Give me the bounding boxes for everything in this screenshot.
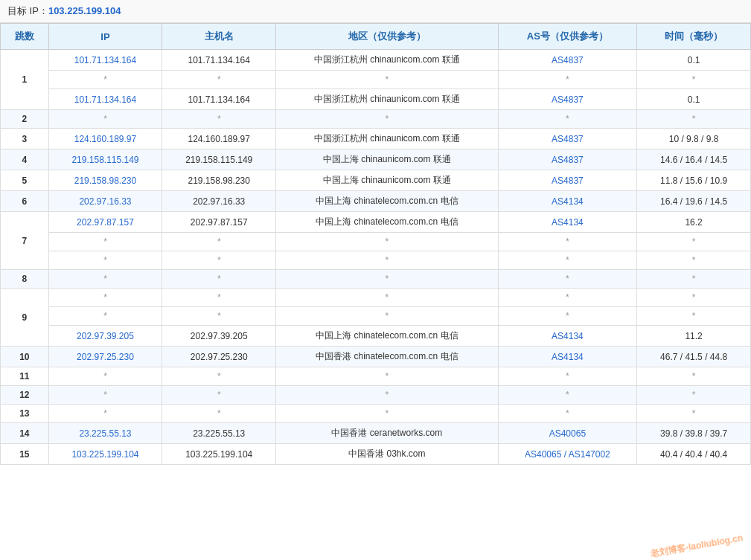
- column-header: IP: [48, 24, 162, 50]
- hop-number: 14: [1, 423, 49, 444]
- time-cell: 16.4 / 19.6 / 14.5: [637, 191, 751, 212]
- ip-cell[interactable]: 219.158.115.149: [48, 149, 162, 170]
- time-cell: 16.2: [637, 212, 751, 233]
- time-cell: *: [637, 233, 751, 251]
- time-cell: *: [637, 386, 751, 405]
- ip-cell: *: [48, 110, 162, 129]
- table-row: 8*****: [1, 270, 751, 289]
- hostname-cell: 23.225.55.13: [162, 423, 276, 444]
- region-cell: *: [276, 386, 498, 405]
- time-cell: *: [637, 110, 751, 129]
- column-header: AS号（仅供参考）: [498, 24, 637, 50]
- as-cell: *: [498, 289, 637, 307]
- hop-number: 1: [1, 50, 49, 110]
- ip-cell[interactable]: 202.97.25.230: [48, 347, 162, 367]
- as-cell[interactable]: AS4837: [498, 89, 637, 110]
- ip-cell[interactable]: 101.71.134.164: [48, 50, 162, 71]
- header-row: 跳数IP主机名地区（仅供参考）AS号（仅供参考）时间（毫秒）: [1, 24, 751, 50]
- as-cell: *: [498, 386, 637, 405]
- as-cell[interactable]: AS4837: [498, 149, 637, 170]
- as-cell[interactable]: AS4134: [498, 212, 637, 233]
- table-row: 101.71.134.164101.71.134.164中国浙江杭州 china…: [1, 89, 751, 110]
- region-cell: 中国浙江杭州 chinaunicom.com 联通: [276, 129, 498, 149]
- as-cell: *: [498, 233, 637, 251]
- hop-number: 6: [1, 191, 49, 212]
- as-cell: *: [498, 251, 637, 270]
- time-cell: *: [637, 71, 751, 89]
- column-header: 时间（毫秒）: [637, 24, 751, 50]
- ip-cell[interactable]: 23.225.55.13: [48, 423, 162, 444]
- table-row: 11*****: [1, 367, 751, 386]
- as-cell[interactable]: AS4134: [498, 347, 637, 367]
- time-cell: 0.1: [637, 89, 751, 110]
- hostname-cell: 124.160.189.97: [162, 129, 276, 149]
- table-row: 10202.97.25.230202.97.25.230中国香港 chinate…: [1, 347, 751, 367]
- ip-cell: *: [48, 270, 162, 289]
- table-row: 2*****: [1, 110, 751, 129]
- region-cell: 中国香港 03hk.com: [276, 444, 498, 465]
- target-ip-label: 目标 IP：: [7, 5, 48, 16]
- ip-cell[interactable]: 101.71.134.164: [48, 89, 162, 110]
- ip-cell[interactable]: 124.160.189.97: [48, 129, 162, 149]
- hop-number: 13: [1, 405, 49, 423]
- region-cell: 中国上海 chinatelecom.com.cn 电信: [276, 326, 498, 347]
- region-cell: 中国香港 ceranetworks.com: [276, 423, 498, 444]
- hop-number: 12: [1, 386, 49, 405]
- ip-cell: *: [48, 251, 162, 270]
- table-row: *****: [1, 71, 751, 89]
- time-cell: 14.6 / 16.4 / 14.5: [637, 149, 751, 170]
- table-row: 15103.225.199.104103.225.199.104中国香港 03h…: [1, 444, 751, 465]
- as-cell: *: [498, 71, 637, 89]
- table-row: 1423.225.55.1323.225.55.13中国香港 ceranetwo…: [1, 423, 751, 444]
- ip-cell[interactable]: 103.225.199.104: [48, 444, 162, 465]
- ip-cell[interactable]: 202.97.16.33: [48, 191, 162, 212]
- hostname-cell: 103.225.199.104: [162, 444, 276, 465]
- as-cell[interactable]: AS4837: [498, 129, 637, 149]
- as-cell[interactable]: AS40065 / AS147002: [498, 444, 637, 465]
- hostname-cell: *: [162, 405, 276, 423]
- column-header: 跳数: [1, 24, 49, 50]
- hostname-cell: *: [162, 110, 276, 129]
- as-cell[interactable]: AS4837: [498, 50, 637, 71]
- region-cell: 中国浙江杭州 chinaunicom.com 联通: [276, 89, 498, 110]
- hop-number: 8: [1, 270, 49, 289]
- hostname-cell: 202.97.39.205: [162, 326, 276, 347]
- hostname-cell: 202.97.16.33: [162, 191, 276, 212]
- region-cell: *: [276, 270, 498, 289]
- ip-cell[interactable]: 202.97.87.157: [48, 212, 162, 233]
- hostname-cell: 101.71.134.164: [162, 89, 276, 110]
- ip-cell: *: [48, 71, 162, 89]
- ip-cell[interactable]: 219.158.98.230: [48, 170, 162, 191]
- hostname-cell: 219.158.115.149: [162, 149, 276, 170]
- time-cell: *: [637, 307, 751, 326]
- column-header: 主机名: [162, 24, 276, 50]
- hostname-cell: *: [162, 251, 276, 270]
- time-cell: 40.4 / 40.4 / 40.4: [637, 444, 751, 465]
- hostname-cell: *: [162, 233, 276, 251]
- region-cell: *: [276, 251, 498, 270]
- as-cell[interactable]: AS4134: [498, 191, 637, 212]
- as-cell[interactable]: AS4134: [498, 326, 637, 347]
- time-cell: *: [637, 289, 751, 307]
- table-row: 1101.71.134.164101.71.134.164中国浙江杭州 chin…: [1, 50, 751, 71]
- ip-cell[interactable]: 202.97.39.205: [48, 326, 162, 347]
- region-cell: *: [276, 367, 498, 386]
- region-cell: *: [276, 307, 498, 326]
- region-cell: *: [276, 289, 498, 307]
- region-cell: *: [276, 71, 498, 89]
- as-cell[interactable]: AS4837: [498, 170, 637, 191]
- region-cell: *: [276, 405, 498, 423]
- table-row: 9*****: [1, 289, 751, 307]
- table-body: 1101.71.134.164101.71.134.164中国浙江杭州 chin…: [1, 50, 751, 465]
- ip-cell: *: [48, 405, 162, 423]
- as-cell[interactable]: AS40065: [498, 423, 637, 444]
- region-cell: *: [276, 233, 498, 251]
- hop-number: 2: [1, 110, 49, 129]
- table-row: *****: [1, 251, 751, 270]
- hostname-cell: 202.97.87.157: [162, 212, 276, 233]
- hop-number: 15: [1, 444, 49, 465]
- ip-cell: *: [48, 386, 162, 405]
- hop-number: 5: [1, 170, 49, 191]
- ip-cell: *: [48, 289, 162, 307]
- hostname-cell: 202.97.25.230: [162, 347, 276, 367]
